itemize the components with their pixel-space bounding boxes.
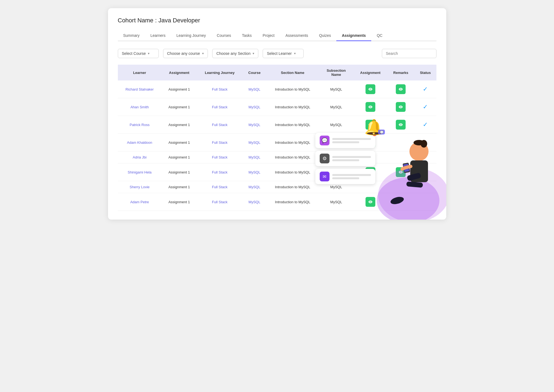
tab-tasks[interactable]: Tasks [236, 31, 257, 41]
course-link[interactable]: MySQL [248, 105, 260, 109]
eye-button[interactable] [366, 84, 375, 94]
tab-assignments[interactable]: Assignments [336, 31, 371, 41]
course-link[interactable]: MySQL [248, 200, 260, 204]
eye-button[interactable] [396, 102, 406, 112]
journey-link[interactable]: Full Stack [212, 140, 227, 145]
cell-journey: Full Stack [197, 193, 243, 211]
learner-link[interactable]: Sherry Lovie [130, 185, 149, 189]
course-link[interactable]: MySQL [248, 87, 260, 91]
cell-course: MySQL [242, 116, 266, 134]
cell-subsection: MySQL [319, 193, 353, 211]
eye-button[interactable] [366, 197, 375, 207]
eye-button[interactable] [366, 120, 375, 130]
cell-assignment-file [354, 98, 387, 116]
col-learning-journey: Learning Journey [197, 65, 243, 80]
search-input[interactable] [382, 49, 436, 58]
journey-link[interactable]: Full Stack [212, 170, 227, 174]
cell-learner: Sherry Lovie [118, 181, 162, 193]
table-row: Adria Jbi Assignment 1 Full Stack MySQL … [118, 151, 436, 163]
journey-link[interactable]: Full Stack [212, 155, 227, 159]
cell-course: MySQL [242, 98, 266, 116]
table-row: Patrick Ross Assignment 1 Full Stack MyS… [118, 116, 436, 134]
cell-subsection: MySQL [319, 181, 353, 193]
select-course-dropdown[interactable]: Select Course ▾ [118, 49, 159, 58]
cell-section: Introduction to MySQL [266, 134, 319, 151]
journey-link[interactable]: Full Stack [212, 87, 227, 91]
cell-assignment-file [354, 80, 387, 98]
eye-button[interactable] [366, 137, 375, 147]
cell-assignment: Assignment 1 [161, 181, 197, 193]
course-link[interactable]: MySQL [248, 155, 260, 159]
learner-link[interactable]: Richard Stalnaker [125, 87, 154, 91]
cell-subsection: MySQL [319, 116, 353, 134]
select-learner-label: Select Learner [267, 51, 292, 56]
table-row: Richard Stalnaker Assignment 1 Full Stac… [118, 80, 436, 98]
journey-link[interactable]: Full Stack [212, 185, 227, 189]
select-learner-chevron: ▾ [294, 52, 296, 55]
cell-assignment-file [354, 134, 387, 151]
eye-button[interactable] [396, 167, 406, 177]
col-course: Course [242, 65, 266, 80]
learner-link[interactable]: Adam Khaldoon [127, 140, 152, 145]
eye-button[interactable] [366, 167, 375, 177]
choose-course-label: Choose any course [167, 51, 200, 56]
cell-course: MySQL [242, 134, 266, 151]
journey-link[interactable]: Full Stack [212, 105, 227, 109]
select-learner-dropdown[interactable]: Select Learner ▾ [263, 49, 304, 58]
cell-journey: Full Stack [197, 98, 243, 116]
status-check-icon: ✓ [423, 86, 428, 92]
cell-assignment: Assignment 1 [161, 116, 197, 134]
cell-section: Introduction to MySQL [266, 116, 319, 134]
cohort-label: Cohort Name : [118, 17, 157, 24]
cell-remarks [387, 193, 415, 211]
course-link[interactable]: MySQL [248, 170, 260, 174]
tab-assessments[interactable]: Assessments [280, 31, 313, 41]
tab-learning-journey[interactable]: Learning Journey [171, 31, 211, 41]
learner-link[interactable]: Patrick Ross [130, 123, 149, 127]
choose-course-chevron: ▾ [202, 52, 204, 55]
journey-link[interactable]: Full Stack [212, 123, 227, 127]
cell-course: MySQL [242, 80, 266, 98]
cell-learner: Richard Stalnaker [118, 80, 162, 98]
tab-learners[interactable]: Learners [145, 31, 171, 41]
eye-button[interactable] [366, 102, 375, 112]
table-header-row: Learner Assignment Learning Journey Cour… [118, 65, 436, 80]
col-assignment-file: Assignment [354, 65, 387, 80]
cell-remarks [387, 116, 415, 134]
tab-courses[interactable]: Courses [211, 31, 236, 41]
choose-course-dropdown[interactable]: Choose any course ▾ [163, 49, 208, 58]
eye-button[interactable] [396, 84, 406, 94]
choose-section-label: Choose any Section [216, 51, 250, 56]
learner-link[interactable]: Ahan Smith [130, 105, 149, 109]
cell-assignment-file [354, 151, 387, 163]
learner-link[interactable]: Adria Jbi [133, 155, 146, 159]
course-link[interactable]: MySQL [248, 185, 260, 189]
select-course-label: Select Course [122, 51, 146, 56]
journey-link[interactable]: Full Stack [212, 200, 227, 204]
learner-link[interactable]: Shinigami Hela [128, 170, 151, 174]
course-link[interactable]: MySQL [248, 123, 260, 127]
cell-subsection: MySQL [319, 80, 353, 98]
course-link[interactable]: MySQL [248, 140, 260, 145]
cell-subsection: MySQL [319, 163, 353, 181]
cell-status [414, 181, 436, 193]
choose-section-dropdown[interactable]: Choose any Section ▾ [212, 49, 258, 58]
cell-assignment: Assignment 1 [161, 163, 197, 181]
tab-quizes[interactable]: Quizes [314, 31, 337, 41]
cell-assignment: Assignment 1 [161, 134, 197, 151]
cell-journey: Full Stack [197, 151, 243, 163]
tab-summary[interactable]: Summary [118, 31, 145, 41]
tab-qc[interactable]: QC [371, 31, 388, 41]
learner-link[interactable]: Adam Petre [130, 200, 149, 204]
col-status: Status [414, 65, 436, 80]
tab-project[interactable]: Project [257, 31, 280, 41]
cell-remarks [387, 151, 415, 163]
cohort-value: Java Developer [158, 17, 200, 24]
cell-assignment-file [354, 181, 387, 193]
table-row: Shinigami Hela Assignment 1 Full Stack M… [118, 163, 436, 181]
cell-status: ✓ [414, 98, 436, 116]
eye-button[interactable] [396, 120, 406, 130]
cohort-title: Cohort Name : Java Developer [118, 17, 436, 24]
cell-journey: Full Stack [197, 181, 243, 193]
cell-remarks [387, 80, 415, 98]
